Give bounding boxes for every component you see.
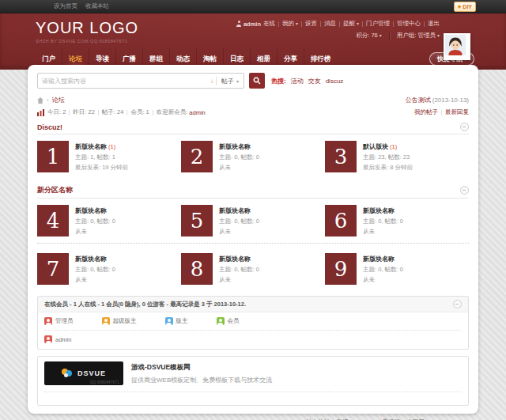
my-posts-link[interactable]: 我的帖子 [414,108,438,116]
menu-settings[interactable]: 设置 [305,20,317,28]
forum-block[interactable]: 3 默认版块(1) 主题: 23, 帖数: 23 最后发表: 8 分钟前 [325,141,469,172]
forum-info: 新版块名称 主题: 0, 帖数: 0 从未 [219,141,259,172]
top-utility-bar: 设为首页 收藏本站 ◆ DIY [0,0,506,13]
forum-block[interactable]: 7 新版块名称 主题: 0, 帖数: 0 从未 [37,253,181,285]
forum-number[interactable]: 2 [181,141,213,172]
forum-title-link[interactable]: 新版块名称 [363,207,395,214]
diy-button[interactable]: ◆ DIY [454,2,476,12]
latest-replies-link[interactable]: 最新回复 [445,108,469,116]
forum-number[interactable]: 9 [325,253,357,285]
announcement-link[interactable]: 公告测试 [406,96,431,104]
banner-logo-dots-icon [62,369,73,378]
topbar-links: 设为首页 收藏本站 [54,2,109,10]
set-homepage-link[interactable]: 设为首页 [54,2,77,10]
forum-last-post: 从未 [219,164,259,172]
forum-stats: 主题: 0, 帖数: 0 [219,218,259,225]
forum-block[interactable]: 6 新版块名称 主题: 0, 帖数: 0 从未 [325,205,469,236]
forum-number[interactable]: 4 [37,205,69,236]
user-stats-row: 积分: 76 用户组: 管理员 [236,32,440,40]
collapse-button[interactable] [460,123,469,131]
avatar[interactable] [444,33,470,60]
menu-my[interactable]: 我的 [282,20,298,28]
forum-grid: 1 新版块名称(1) 主题: 1, 帖数: 1 最后发表: 19 分钟前 2 新… [37,134,469,179]
forum-last-post: 从未 [363,276,403,284]
menu-admin-center[interactable]: 管理中心 [397,20,421,28]
divider [98,110,99,115]
diy-label: DIY [463,2,472,11]
banner-logo-text: DSVUE [77,369,106,377]
usergroup-link[interactable]: 用户组: 管理员 [397,32,440,40]
stat-yesterday: 昨日: 22 [73,108,95,116]
avatar-image [445,35,466,55]
hot-link-activity[interactable]: 活动 [291,77,304,85]
announcement: 公告测试 (2013-10-13) [406,96,469,104]
arrow-down-icon[interactable]: ↓ [208,78,216,85]
collapse-button[interactable] [453,300,462,308]
welcome-label: 欢迎新会员: [157,108,188,116]
forum-number[interactable]: 5 [181,205,213,236]
site-header: YOUR LOGO SHZH BY DSVUE.COM QQ:608084767… [0,13,506,48]
forum-number[interactable]: 7 [37,253,69,285]
menu-portal-admin[interactable]: 门户管理 [366,20,390,28]
forum-stats: 主题: 23, 帖数: 23 [363,153,413,161]
menu-messages[interactable]: 消息 [324,20,336,28]
stats-links: 我的帖子 最新回复 [414,108,469,116]
forum-last-post: 从未 [363,228,403,236]
member-icon-moderator [165,317,173,325]
credits-link[interactable]: 积分: 76 [356,32,382,40]
forum-block[interactable]: 4 新版块名称 主题: 0, 帖数: 0 从未 [37,205,181,236]
forum-info: 新版块名称 主题: 0, 帖数: 0 从未 [363,253,403,285]
search-scope-select[interactable]: 帖子 [217,77,244,85]
usergroup-legend: 管理员 超级版主 版主 会员 [44,317,462,325]
forum-block[interactable]: 1 新版块名称(1) 主题: 1, 帖数: 1 最后发表: 19 分钟前 [37,141,181,172]
forum-title-link[interactable]: 新版块名称 [363,255,395,263]
forum-last-post: 从未 [75,228,115,236]
forum-stats: 主题: 1, 帖数: 1 [75,153,128,161]
hot-search-label: 热搜: [271,77,286,85]
collapse-button[interactable] [460,186,469,195]
banner-subtitle: 提供商业WEB模板定制、免费模板下载与技术交流 [131,376,272,384]
forum-title-link[interactable]: 新版块名称 [219,143,251,150]
forum-number[interactable]: 6 [325,205,357,236]
username-link[interactable]: admin [244,21,261,28]
forum-number[interactable]: 3 [325,141,357,172]
stats-row: 今日: 2 昨日: 22 帖子: 24 会员: 1 欢迎新会员: admin 我… [37,108,469,116]
breadcrumb-forum-link[interactable]: 论坛 [52,96,65,104]
bookmark-site-link[interactable]: 收藏本站 [85,2,109,10]
search-row: ↓ 帖子 热搜: 活动 交友 discuz [37,71,469,92]
hot-link-discuz[interactable]: discuz [326,78,344,85]
forum-number[interactable]: 8 [181,253,213,285]
forum-title-link[interactable]: 新版块名称 [75,255,107,263]
divider [441,110,442,115]
forum-title-link[interactable]: 新版块名称 [219,255,251,263]
online-status: 在线 [263,20,275,28]
forum-number[interactable]: 1 [37,141,69,172]
online-member-link[interactable]: admin [55,336,71,343]
banner-text: 游戏-DSVUE模板网 提供商业WEB模板定制、免费模板下载与技术交流 [131,363,272,384]
menu-reminders[interactable]: 提醒 [343,20,359,28]
banner-logo[interactable]: DSVUE QQ:6080847671 [44,361,123,385]
forum-title-link[interactable]: 默认版块 [363,143,388,150]
forum-title-link[interactable]: 新版块名称 [75,207,107,214]
search-button[interactable] [249,73,265,89]
forum-block[interactable]: 8 新版块名称 主题: 0, 帖数: 0 从未 [181,253,325,285]
online-members-body: 管理员 超级版主 版主 会员 admin [38,312,468,349]
banner-title-link[interactable]: 游戏-DSVUE模板网 [131,363,191,371]
menu-logout[interactable]: 退出 [428,20,440,28]
hot-link-friends[interactable]: 交友 [308,77,321,85]
member-icon-super-moderator [102,317,110,325]
forum-block[interactable]: 9 新版块名称 主题: 0, 帖数: 0 从未 [325,253,469,285]
forum-title-link[interactable]: 新版块名称 [75,143,107,150]
divider [393,21,394,27]
forum-block[interactable]: 2 新版块名称 主题: 0, 帖数: 0 从未 [181,141,325,172]
legend-admin: 管理员 [44,317,74,325]
search-input[interactable] [38,78,208,85]
legend-super-moderator: 超级版主 [102,317,137,325]
dotted-divider [44,330,462,331]
forum-last-post: 从未 [75,276,115,284]
home-icon[interactable] [37,97,43,104]
newest-member-link[interactable]: admin [189,109,205,116]
forum-stats: 主题: 0, 帖数: 0 [219,153,259,161]
forum-title-link[interactable]: 新版块名称 [219,207,251,214]
forum-block[interactable]: 5 新版块名称 主题: 0, 帖数: 0 从未 [181,205,325,236]
